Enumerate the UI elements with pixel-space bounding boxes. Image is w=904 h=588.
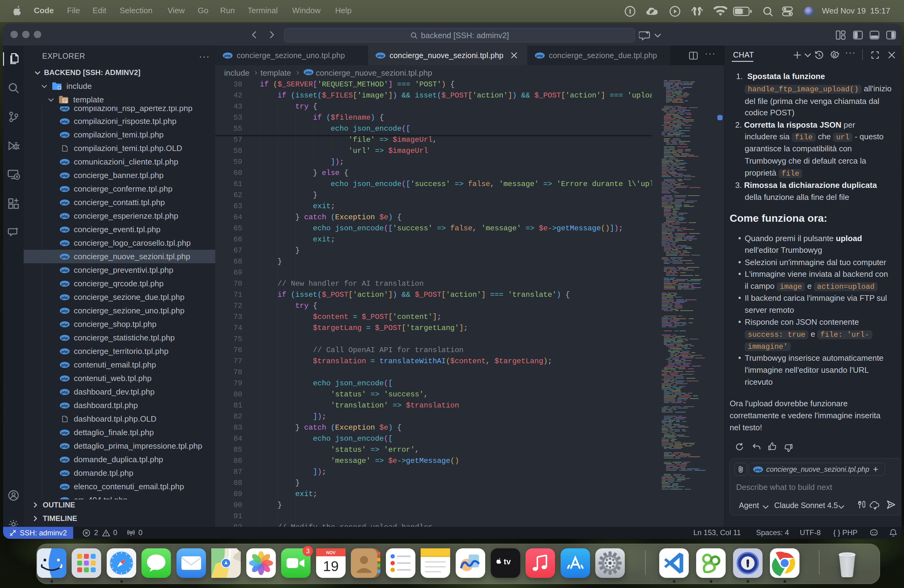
svg-text:php: php	[61, 187, 68, 191]
svg-text:NOV: NOV	[326, 550, 336, 555]
svg-text:php: php	[61, 268, 68, 272]
svg-text:php: php	[61, 322, 68, 326]
svg-text:php: php	[61, 295, 68, 299]
svg-text:php: php	[61, 458, 68, 461]
svg-text:php: php	[61, 201, 68, 204]
svg-text:php: php	[61, 430, 68, 434]
svg-text:php: php	[61, 485, 68, 488]
svg-text:php: php	[61, 349, 68, 353]
svg-text:19: 19	[323, 558, 338, 574]
svg-text:php: php	[61, 403, 68, 407]
svg-text:tv: tv	[504, 557, 511, 566]
svg-text:php: php	[61, 390, 68, 394]
svg-text:php: php	[61, 376, 68, 380]
svg-text:php: php	[61, 214, 68, 218]
svg-text:php: php	[536, 54, 543, 57]
svg-text:php: php	[61, 471, 68, 475]
svg-text:php: php	[305, 70, 312, 74]
svg-text:php: php	[61, 444, 68, 448]
svg-text:php: php	[61, 119, 68, 123]
svg-text:php: php	[61, 309, 68, 313]
svg-text:php: php	[61, 254, 68, 258]
svg-text:php: php	[61, 160, 68, 164]
svg-text:php: php	[61, 106, 68, 110]
svg-text:php: php	[61, 241, 68, 245]
svg-text:php: php	[61, 133, 68, 136]
svg-text:php: php	[61, 363, 68, 367]
svg-text:php: php	[61, 228, 68, 231]
svg-text:php: php	[377, 54, 384, 57]
svg-text:php: php	[61, 336, 68, 340]
svg-text:php: php	[61, 174, 68, 177]
svg-text:php: php	[224, 54, 231, 57]
svg-text:php: php	[755, 468, 761, 471]
svg-text:php: php	[61, 282, 68, 285]
